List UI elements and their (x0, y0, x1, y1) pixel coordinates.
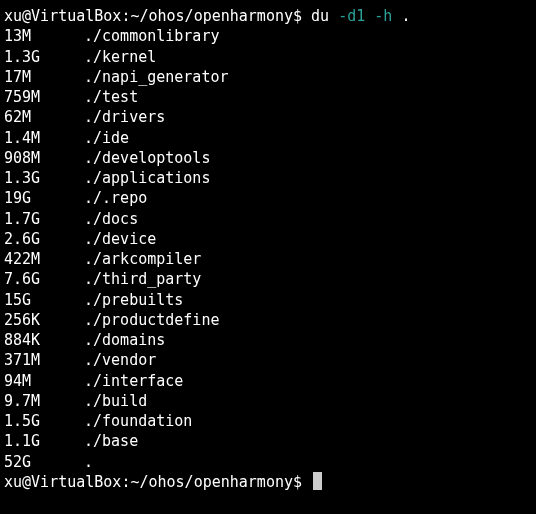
output-row: 13M./commonlibrary (4, 26, 532, 46)
size-value: 17M (4, 67, 84, 87)
size-value: 1.7G (4, 209, 84, 229)
output-row: 19G./.repo (4, 188, 532, 208)
size-value: 52G (4, 452, 84, 472)
path-value: ./ide (84, 128, 129, 148)
output-row: 2.6G./device (4, 229, 532, 249)
size-value: 884K (4, 330, 84, 350)
path-value: ./third_party (84, 269, 201, 289)
size-value: 1.3G (4, 47, 84, 67)
path-value: ./prebuilts (84, 290, 183, 310)
output-row: 62M./drivers (4, 107, 532, 127)
size-value: 9.7M (4, 391, 84, 411)
size-value: 256K (4, 310, 84, 330)
path-value: ./docs (84, 209, 138, 229)
path-value: ./interface (84, 371, 183, 391)
output-row: 1.3G./kernel (4, 47, 532, 67)
path-value: ./applications (84, 168, 210, 188)
path-value: ./.repo (84, 188, 147, 208)
output-row: 94M./interface (4, 371, 532, 391)
output-row: 1.7G./docs (4, 209, 532, 229)
user: xu (4, 6, 22, 26)
size-value: 422M (4, 249, 84, 269)
output-row: 1.3G./applications (4, 168, 532, 188)
output-row: 15G./prebuilts (4, 290, 532, 310)
prompt-line-1: xu@VirtualBox:~/ohos/openharmony$ du -d1… (4, 6, 532, 26)
host: VirtualBox (31, 472, 121, 492)
output-row: 1.4M./ide (4, 128, 532, 148)
cursor-icon (313, 472, 322, 490)
size-value: 371M (4, 350, 84, 370)
output-row: 884K./domains (4, 330, 532, 350)
path-value: ./napi_generator (84, 67, 229, 87)
size-value: 1.3G (4, 168, 84, 188)
dollar: $ (293, 472, 302, 492)
output-row: 759M./test (4, 87, 532, 107)
size-value: 13M (4, 26, 84, 46)
path-value: ./drivers (84, 107, 165, 127)
at-symbol: @ (22, 472, 31, 492)
path-value: ./vendor (84, 350, 156, 370)
path-value: ./domains (84, 330, 165, 350)
path-value: ./kernel (84, 47, 156, 67)
host: VirtualBox (31, 6, 121, 26)
output-row: 52G. (4, 452, 532, 472)
prompt-line-2[interactable]: xu@VirtualBox:~/ohos/openharmony$ (4, 472, 532, 492)
output-row: 7.6G./third_party (4, 269, 532, 289)
size-value: 15G (4, 290, 84, 310)
output-row: 256K./productdefine (4, 310, 532, 330)
output-row: 422M./arkcompiler (4, 249, 532, 269)
user: xu (4, 472, 22, 492)
output-row: 1.5G./foundation (4, 411, 532, 431)
size-value: 2.6G (4, 229, 84, 249)
flag-d1: -d1 (338, 6, 365, 26)
output-row: 1.1G./base (4, 431, 532, 451)
path-value: ./productdefine (84, 310, 219, 330)
flag-h: -h (374, 6, 392, 26)
path-value: ./device (84, 229, 156, 249)
path-value: ./arkcompiler (84, 249, 201, 269)
output-row: 17M./napi_generator (4, 67, 532, 87)
path-value: ./test (84, 87, 138, 107)
command-output: 13M./commonlibrary1.3G./kernel17M./napi_… (4, 26, 532, 472)
at-symbol: @ (22, 6, 31, 26)
output-row: 9.7M./build (4, 391, 532, 411)
size-value: 1.5G (4, 411, 84, 431)
path-value: ./developtools (84, 148, 210, 168)
path-value: . (84, 452, 93, 472)
output-row: 371M./vendor (4, 350, 532, 370)
path-value: ./foundation (84, 411, 192, 431)
size-value: 62M (4, 107, 84, 127)
size-value: 19G (4, 188, 84, 208)
colon: : (121, 6, 130, 26)
path-value: ./build (84, 391, 147, 411)
cwd-path: ~/ohos/openharmony (130, 472, 293, 492)
path-value: ./commonlibrary (84, 26, 219, 46)
output-row: 908M./developtools (4, 148, 532, 168)
dollar: $ (293, 6, 302, 26)
size-value: 908M (4, 148, 84, 168)
size-value: 759M (4, 87, 84, 107)
size-value: 1.4M (4, 128, 84, 148)
arg-dot: . (401, 6, 410, 26)
path-value: ./base (84, 431, 138, 451)
size-value: 7.6G (4, 269, 84, 289)
size-value: 1.1G (4, 431, 84, 451)
size-value: 94M (4, 371, 84, 391)
colon: : (121, 472, 130, 492)
cwd-path: ~/ohos/openharmony (130, 6, 293, 26)
command: du (311, 6, 329, 26)
